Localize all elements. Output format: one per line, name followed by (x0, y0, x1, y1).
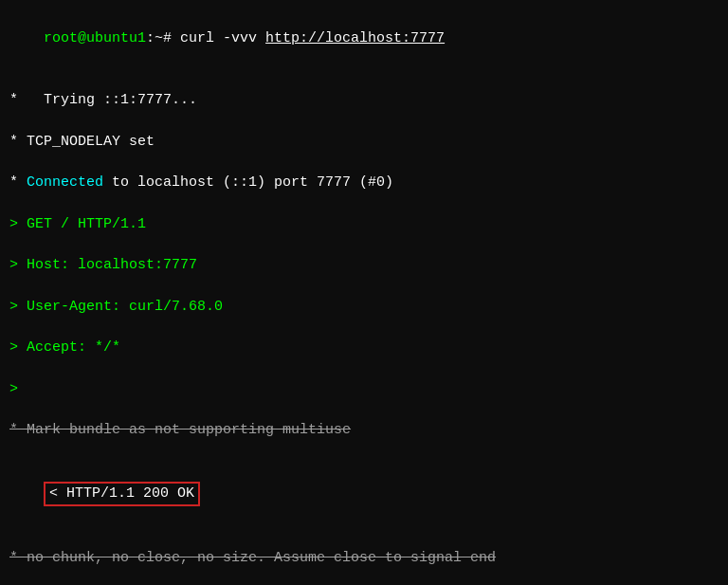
prompt-user: root@ubuntu1 (44, 30, 146, 46)
terminal-line-2: * Trying ::1:7777... (9, 90, 719, 111)
terminal-window[interactable]: root@ubuntu1:~# curl -vvv http://localho… (0, 0, 728, 585)
terminal-line-1: root@ubuntu1:~# curl -vvv http://localho… (9, 8, 719, 69)
terminal-line-3: * TCP_NODELAY set (9, 132, 719, 153)
terminal-line-9: > (9, 379, 719, 400)
terminal-line-11: < HTTP/1.1 200 OK (9, 462, 719, 527)
terminal-line-4: * Connected to localhost (::1) port 7777… (9, 173, 719, 193)
terminal-line-5: > GET / HTTP/1.1 (9, 214, 719, 235)
terminal-line-12: * no chunk, no close, no size. Assume cl… (9, 548, 719, 569)
terminal-line-10: * Mark bundle as not supporting multiuse (9, 420, 719, 441)
terminal-line-6: > Host: localhost:7777 (9, 255, 719, 276)
terminal-line-7: > User-Agent: curl/7.68.0 (9, 297, 719, 318)
terminal-line-8: > Accept: */* (9, 338, 719, 358)
